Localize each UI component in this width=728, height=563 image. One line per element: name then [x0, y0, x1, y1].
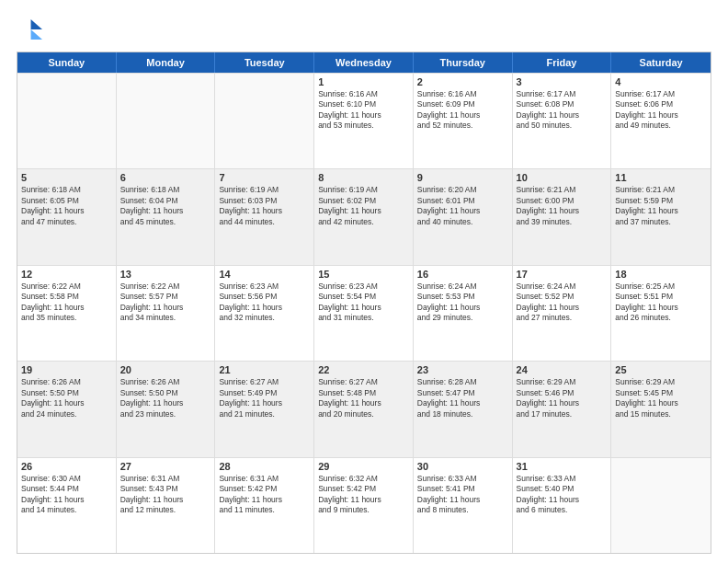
- day-number: 13: [120, 269, 211, 280]
- cal-cell: 11Sunrise: 6:21 AMSunset: 5:59 PMDayligh…: [611, 169, 711, 264]
- cal-cell: 31Sunrise: 6:33 AMSunset: 5:40 PMDayligh…: [513, 458, 612, 553]
- cal-cell: 8Sunrise: 6:19 AMSunset: 6:02 PMDaylight…: [314, 169, 414, 264]
- logo-icon: [17, 17, 42, 42]
- day-number: 29: [318, 461, 409, 472]
- day-number: 25: [615, 364, 707, 375]
- header: [17, 17, 711, 42]
- cal-cell: 18Sunrise: 6:25 AMSunset: 5:51 PMDayligh…: [611, 266, 711, 361]
- cell-info: Sunrise: 6:26 AMSunset: 5:50 PMDaylight:…: [120, 377, 211, 419]
- cal-cell: 27Sunrise: 6:31 AMSunset: 5:43 PMDayligh…: [117, 458, 216, 553]
- cal-cell: 7Sunrise: 6:19 AMSunset: 6:03 PMDaylight…: [215, 169, 314, 264]
- calendar-header-row: SundayMondayTuesdayWednesdayThursdayFrid…: [17, 52, 711, 73]
- svg-marker-0: [31, 19, 42, 29]
- cal-cell: 16Sunrise: 6:24 AMSunset: 5:53 PMDayligh…: [414, 266, 513, 361]
- day-number: 11: [615, 172, 707, 183]
- cal-cell: 22Sunrise: 6:27 AMSunset: 5:48 PMDayligh…: [314, 362, 414, 456]
- cell-info: Sunrise: 6:16 AMSunset: 6:10 PMDaylight:…: [318, 89, 409, 132]
- cell-info: Sunrise: 6:27 AMSunset: 5:48 PMDaylight:…: [318, 377, 409, 419]
- day-number: 24: [517, 364, 608, 375]
- cal-cell: 24Sunrise: 6:29 AMSunset: 5:46 PMDayligh…: [513, 362, 612, 456]
- cell-info: Sunrise: 6:17 AMSunset: 6:08 PMDaylight:…: [517, 89, 608, 132]
- day-number: 15: [318, 269, 409, 280]
- cal-week-4: 19Sunrise: 6:26 AMSunset: 5:50 PMDayligh…: [17, 361, 711, 456]
- cal-cell: 2Sunrise: 6:16 AMSunset: 6:09 PMDaylight…: [414, 74, 513, 168]
- cell-info: Sunrise: 6:18 AMSunset: 6:05 PMDaylight:…: [21, 185, 112, 227]
- calendar: SundayMondayTuesdayWednesdayThursdayFrid…: [17, 52, 711, 554]
- day-number: 19: [21, 364, 112, 375]
- day-number: 28: [219, 461, 310, 472]
- page: SundayMondayTuesdayWednesdayThursdayFrid…: [0, 0, 728, 563]
- day-number: 30: [417, 461, 508, 472]
- cell-info: Sunrise: 6:32 AMSunset: 5:42 PMDaylight:…: [318, 474, 409, 516]
- cal-cell: 5Sunrise: 6:18 AMSunset: 6:05 PMDaylight…: [17, 169, 117, 264]
- cell-info: Sunrise: 6:19 AMSunset: 6:02 PMDaylight:…: [318, 185, 409, 227]
- cal-cell: 9Sunrise: 6:20 AMSunset: 6:01 PMDaylight…: [414, 169, 513, 264]
- day-number: 8: [318, 172, 409, 183]
- cal-week-2: 5Sunrise: 6:18 AMSunset: 6:05 PMDaylight…: [17, 168, 711, 264]
- cell-info: Sunrise: 6:19 AMSunset: 6:03 PMDaylight:…: [219, 185, 310, 227]
- cell-info: Sunrise: 6:31 AMSunset: 5:43 PMDaylight:…: [120, 474, 211, 516]
- cal-cell: 30Sunrise: 6:33 AMSunset: 5:41 PMDayligh…: [414, 458, 513, 553]
- day-number: 23: [417, 364, 508, 375]
- day-number: 1: [318, 76, 409, 87]
- cal-cell: 1Sunrise: 6:16 AMSunset: 6:10 PMDaylight…: [314, 74, 414, 168]
- cal-cell: 12Sunrise: 6:22 AMSunset: 5:58 PMDayligh…: [17, 266, 117, 361]
- cal-cell: 23Sunrise: 6:28 AMSunset: 5:47 PMDayligh…: [414, 362, 513, 456]
- cell-info: Sunrise: 6:26 AMSunset: 5:50 PMDaylight:…: [21, 377, 112, 419]
- cal-header-saturday: Saturday: [611, 52, 711, 73]
- cal-header-friday: Friday: [513, 52, 612, 73]
- cal-cell: 14Sunrise: 6:23 AMSunset: 5:56 PMDayligh…: [215, 266, 314, 361]
- calendar-body: 1Sunrise: 6:16 AMSunset: 6:10 PMDaylight…: [17, 73, 711, 553]
- cal-header-tuesday: Tuesday: [215, 52, 314, 73]
- day-number: 31: [517, 461, 608, 472]
- cal-cell: 26Sunrise: 6:30 AMSunset: 5:44 PMDayligh…: [17, 458, 117, 553]
- cell-info: Sunrise: 6:27 AMSunset: 5:49 PMDaylight:…: [219, 377, 310, 419]
- cal-cell: 28Sunrise: 6:31 AMSunset: 5:42 PMDayligh…: [215, 458, 314, 553]
- cell-info: Sunrise: 6:21 AMSunset: 6:00 PMDaylight:…: [517, 185, 608, 227]
- day-number: 10: [517, 172, 608, 183]
- cell-info: Sunrise: 6:22 AMSunset: 5:58 PMDaylight:…: [21, 282, 112, 324]
- cal-cell: 3Sunrise: 6:17 AMSunset: 6:08 PMDaylight…: [513, 74, 612, 168]
- day-number: 4: [615, 76, 707, 87]
- cal-week-1: 1Sunrise: 6:16 AMSunset: 6:10 PMDaylight…: [17, 73, 711, 168]
- cell-info: Sunrise: 6:29 AMSunset: 5:45 PMDaylight:…: [615, 377, 707, 419]
- day-number: 26: [21, 461, 112, 472]
- cal-cell: 17Sunrise: 6:24 AMSunset: 5:52 PMDayligh…: [513, 266, 612, 361]
- cal-header-monday: Monday: [117, 52, 216, 73]
- cell-info: Sunrise: 6:22 AMSunset: 5:57 PMDaylight:…: [120, 282, 211, 324]
- day-number: 27: [120, 461, 211, 472]
- cal-cell: 25Sunrise: 6:29 AMSunset: 5:45 PMDayligh…: [611, 362, 711, 456]
- cell-info: Sunrise: 6:18 AMSunset: 6:04 PMDaylight:…: [120, 185, 211, 227]
- cal-cell: 19Sunrise: 6:26 AMSunset: 5:50 PMDayligh…: [17, 362, 117, 456]
- cal-header-thursday: Thursday: [414, 52, 513, 73]
- cal-cell: 13Sunrise: 6:22 AMSunset: 5:57 PMDayligh…: [117, 266, 216, 361]
- day-number: 6: [120, 172, 211, 183]
- cal-week-5: 26Sunrise: 6:30 AMSunset: 5:44 PMDayligh…: [17, 457, 711, 553]
- day-number: 2: [417, 76, 508, 87]
- cell-info: Sunrise: 6:33 AMSunset: 5:41 PMDaylight:…: [417, 474, 508, 516]
- cell-info: Sunrise: 6:25 AMSunset: 5:51 PMDaylight:…: [615, 282, 707, 324]
- cell-info: Sunrise: 6:29 AMSunset: 5:46 PMDaylight:…: [517, 377, 608, 419]
- cell-info: Sunrise: 6:24 AMSunset: 5:52 PMDaylight:…: [517, 282, 608, 324]
- cal-week-3: 12Sunrise: 6:22 AMSunset: 5:58 PMDayligh…: [17, 265, 711, 361]
- svg-rect-2: [17, 19, 31, 40]
- cell-info: Sunrise: 6:24 AMSunset: 5:53 PMDaylight:…: [417, 282, 508, 324]
- cal-header-sunday: Sunday: [17, 52, 117, 73]
- cell-info: Sunrise: 6:21 AMSunset: 5:59 PMDaylight:…: [615, 185, 707, 227]
- cell-info: Sunrise: 6:33 AMSunset: 5:40 PMDaylight:…: [517, 474, 608, 516]
- cell-info: Sunrise: 6:17 AMSunset: 6:06 PMDaylight:…: [615, 89, 707, 132]
- cell-info: Sunrise: 6:16 AMSunset: 6:09 PMDaylight:…: [417, 89, 508, 132]
- day-number: 20: [120, 364, 211, 375]
- cell-info: Sunrise: 6:30 AMSunset: 5:44 PMDaylight:…: [21, 474, 112, 516]
- logo: [17, 17, 46, 42]
- cal-cell: 6Sunrise: 6:18 AMSunset: 6:04 PMDaylight…: [117, 169, 216, 264]
- cal-cell: 15Sunrise: 6:23 AMSunset: 5:54 PMDayligh…: [314, 266, 414, 361]
- day-number: 17: [517, 269, 608, 280]
- cal-cell: 20Sunrise: 6:26 AMSunset: 5:50 PMDayligh…: [117, 362, 216, 456]
- day-number: 3: [517, 76, 608, 87]
- svg-marker-1: [31, 29, 42, 40]
- cal-cell: 29Sunrise: 6:32 AMSunset: 5:42 PMDayligh…: [314, 458, 414, 553]
- day-number: 21: [219, 364, 310, 375]
- cell-info: Sunrise: 6:31 AMSunset: 5:42 PMDaylight:…: [219, 474, 310, 516]
- day-number: 18: [615, 269, 707, 280]
